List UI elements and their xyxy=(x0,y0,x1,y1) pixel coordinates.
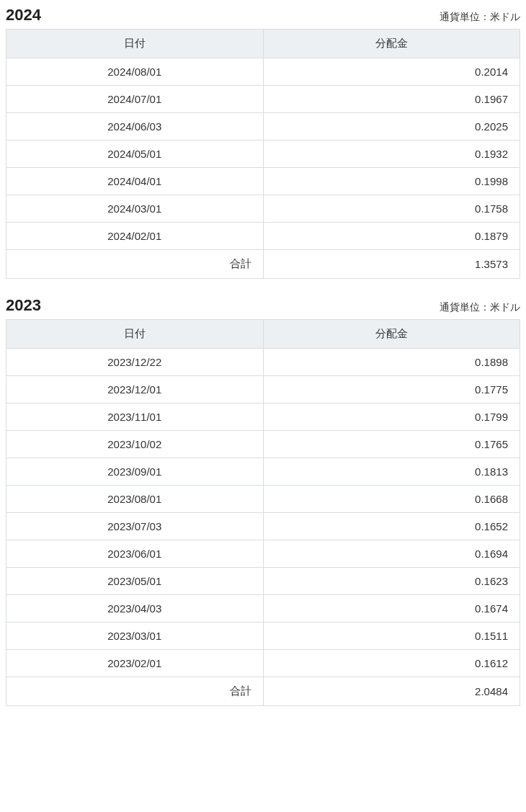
table-row: 2024/04/010.1998 xyxy=(6,168,520,195)
table-row: 2023/09/010.1813 xyxy=(6,458,520,486)
date-cell: 2023/11/01 xyxy=(6,403,264,431)
date-cell: 2023/08/01 xyxy=(6,486,264,513)
amount-cell: 0.1765 xyxy=(263,431,520,458)
date-cell: 2023/10/02 xyxy=(6,431,264,458)
table-row: 2023/04/030.1674 xyxy=(6,595,520,623)
table-row: 2023/02/010.1612 xyxy=(6,650,520,677)
amount-cell: 0.1967 xyxy=(263,86,520,113)
date-cell: 2023/12/01 xyxy=(6,376,264,403)
amount-cell: 0.1668 xyxy=(263,486,520,513)
table-row: 2023/03/010.1511 xyxy=(6,623,520,650)
amount-cell: 0.1998 xyxy=(263,168,520,195)
distribution-table: 日付分配金2023/12/220.18982023/12/010.1775202… xyxy=(6,319,520,706)
amount-cell: 0.1623 xyxy=(263,568,520,595)
table-row: 2023/07/030.1652 xyxy=(6,513,520,540)
date-cell: 2023/12/22 xyxy=(6,349,264,376)
table-row: 2024/02/010.1879 xyxy=(6,223,520,250)
amount-cell: 0.1758 xyxy=(263,195,520,223)
column-header-date: 日付 xyxy=(6,30,264,58)
date-cell: 2024/04/01 xyxy=(6,168,264,195)
total-row: 合計2.0484 xyxy=(6,677,520,706)
date-cell: 2023/04/03 xyxy=(6,595,264,623)
amount-cell: 0.1775 xyxy=(263,376,520,403)
table-row: 2024/05/010.1932 xyxy=(6,140,520,168)
section-header: 2024通貨単位：米ドル xyxy=(6,6,520,24)
date-cell: 2023/02/01 xyxy=(6,650,264,677)
amount-cell: 0.1898 xyxy=(263,349,520,376)
date-cell: 2023/09/01 xyxy=(6,458,264,486)
distribution-section-2024: 2024通貨単位：米ドル日付分配金2024/08/010.20142024/07… xyxy=(6,6,520,279)
total-row: 合計1.3573 xyxy=(6,250,520,279)
column-header-amount: 分配金 xyxy=(263,320,520,349)
amount-cell: 0.1652 xyxy=(263,513,520,540)
table-row: 2023/05/010.1623 xyxy=(6,568,520,595)
section-header: 2023通貨単位：米ドル xyxy=(6,296,520,315)
currency-note: 通貨単位：米ドル xyxy=(440,301,520,314)
table-row: 2024/07/010.1967 xyxy=(6,86,520,113)
date-cell: 2023/07/03 xyxy=(6,513,264,540)
amount-cell: 0.2014 xyxy=(263,58,520,86)
date-cell: 2024/05/01 xyxy=(6,140,264,168)
table-row: 2023/10/020.1765 xyxy=(6,431,520,458)
table-row: 2023/06/010.1694 xyxy=(6,540,520,568)
table-row: 2023/08/010.1668 xyxy=(6,486,520,513)
amount-cell: 0.1694 xyxy=(263,540,520,568)
date-cell: 2023/05/01 xyxy=(6,568,264,595)
table-row: 2023/12/220.1898 xyxy=(6,349,520,376)
date-cell: 2024/06/03 xyxy=(6,113,264,140)
date-cell: 2023/06/01 xyxy=(6,540,264,568)
date-cell: 2024/02/01 xyxy=(6,223,264,250)
total-value: 2.0484 xyxy=(263,677,520,706)
table-row: 2024/08/010.2014 xyxy=(6,58,520,86)
table-row: 2023/11/010.1799 xyxy=(6,403,520,431)
distribution-section-2023: 2023通貨単位：米ドル日付分配金2023/12/220.18982023/12… xyxy=(6,296,520,706)
distribution-table: 日付分配金2024/08/010.20142024/07/010.1967202… xyxy=(6,29,520,279)
currency-note: 通貨単位：米ドル xyxy=(440,11,520,24)
amount-cell: 0.1511 xyxy=(263,623,520,650)
amount-cell: 0.1813 xyxy=(263,458,520,486)
total-label: 合計 xyxy=(6,677,264,706)
amount-cell: 0.2025 xyxy=(263,113,520,140)
column-header-date: 日付 xyxy=(6,320,264,349)
table-row: 2023/12/010.1775 xyxy=(6,376,520,403)
year-title: 2023 xyxy=(6,296,41,315)
table-header-row: 日付分配金 xyxy=(6,30,520,58)
date-cell: 2023/03/01 xyxy=(6,623,264,650)
amount-cell: 0.1612 xyxy=(263,650,520,677)
date-cell: 2024/07/01 xyxy=(6,86,264,113)
year-title: 2024 xyxy=(6,6,41,24)
date-cell: 2024/03/01 xyxy=(6,195,264,223)
total-label: 合計 xyxy=(6,250,264,279)
amount-cell: 0.1879 xyxy=(263,223,520,250)
amount-cell: 0.1674 xyxy=(263,595,520,623)
total-value: 1.3573 xyxy=(263,250,520,279)
table-header-row: 日付分配金 xyxy=(6,320,520,349)
amount-cell: 0.1932 xyxy=(263,140,520,168)
table-row: 2024/03/010.1758 xyxy=(6,195,520,223)
column-header-amount: 分配金 xyxy=(263,30,520,58)
date-cell: 2024/08/01 xyxy=(6,58,264,86)
amount-cell: 0.1799 xyxy=(263,403,520,431)
table-row: 2024/06/030.2025 xyxy=(6,113,520,140)
